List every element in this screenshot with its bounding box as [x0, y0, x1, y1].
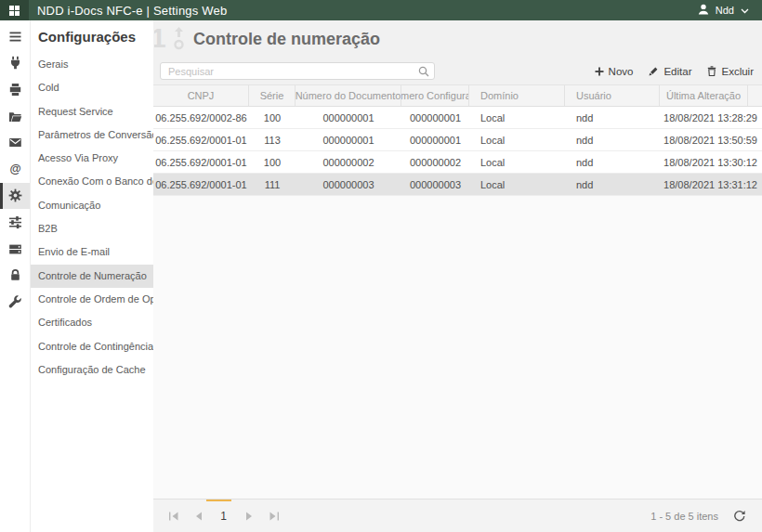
user-name: Ndd	[716, 5, 734, 16]
first-page-button[interactable]	[165, 508, 182, 525]
rail-item-plug[interactable]	[0, 50, 30, 77]
sidebar-item[interactable]: Parâmetros de Conversão	[31, 123, 153, 147]
column-header[interactable]: Número do Documento	[296, 85, 401, 106]
sidebar-item[interactable]: Comunicação	[31, 194, 153, 217]
table-cell: 06.255.692/0001-01	[153, 129, 249, 150]
column-header[interactable]: Número Configurado	[401, 85, 469, 106]
table-cell: 000000003	[296, 174, 401, 195]
search-icon[interactable]	[418, 66, 429, 77]
wrench-icon	[8, 295, 22, 309]
gear-icon	[8, 188, 22, 202]
last-page-button[interactable]	[266, 508, 282, 525]
table-cell: Local	[469, 174, 565, 195]
rail-item-printer[interactable]	[0, 76, 30, 103]
table-cell: 000000002	[296, 151, 401, 173]
table-row[interactable]: 06.255.692/0001-01100000000002000000002L…	[153, 151, 762, 174]
trash-icon	[707, 66, 716, 76]
sidebar-item[interactable]: Controle de Contingência	[31, 335, 153, 358]
table-row[interactable]: 06.255.692/0001-01111000000003000000003L…	[153, 174, 762, 196]
table-header: CNPJSérieNúmero do DocumentoNúmero Confi…	[153, 84, 762, 107]
table-cell: ndd	[565, 107, 660, 128]
at-icon: @	[8, 162, 22, 176]
refresh-icon[interactable]	[733, 510, 745, 522]
table-cell: 06.255.692/0001-01	[153, 151, 249, 173]
table-cell: 18/08/2021 13:30:12	[660, 151, 762, 173]
app-launcher-button[interactable]	[0, 0, 29, 20]
user-icon	[698, 4, 709, 17]
column-header[interactable]: Usuário	[565, 85, 660, 106]
new-button-label: Novo	[609, 66, 634, 77]
app-shell: @ Configurações GeraisColdRequest Servic…	[0, 20, 762, 532]
column-header[interactable]: Última Alteração	[660, 85, 748, 106]
plus-icon	[595, 67, 604, 76]
toolbar-buttons: NovoEditarExcluir	[579, 66, 754, 77]
table-cell: 06.255.692/0002-86	[153, 107, 249, 128]
page-header: 1 Controle de numeração	[153, 20, 762, 58]
table-cell: Local	[469, 151, 565, 173]
sidebar-item[interactable]: Conexão Com o Banco de Dados	[31, 170, 153, 193]
sidebar-item[interactable]: Envio de E-mail	[31, 240, 153, 264]
sidebar-item[interactable]: Gerais	[31, 53, 153, 76]
table-cell: 000000001	[401, 129, 469, 150]
table-cell: 000000002	[401, 151, 469, 173]
sidebar-item[interactable]: B2B	[31, 217, 153, 240]
current-page-indicator	[206, 500, 231, 501]
sidebar-item[interactable]: Request Service	[31, 100, 153, 123]
folder-icon	[8, 110, 22, 123]
rail-item-wrench[interactable]	[0, 289, 30, 316]
new-button[interactable]: Novo	[595, 66, 634, 77]
rail-item-folder[interactable]	[0, 103, 30, 130]
table-cell: ndd	[565, 129, 660, 150]
column-header[interactable]: CNPJ	[153, 85, 249, 106]
sidebar-item[interactable]: Controle de Numeração	[31, 265, 153, 288]
table-cell: Local	[469, 129, 565, 150]
edit-button[interactable]: Editar	[649, 66, 691, 77]
sidebar-item[interactable]: Controle de Ordem de Operação	[31, 288, 153, 311]
rail-item-server[interactable]	[0, 236, 30, 263]
svg-text:1: 1	[154, 22, 166, 52]
column-header[interactable]: Domínio	[469, 85, 565, 106]
table-cell: 000000001	[296, 107, 401, 128]
search-input[interactable]	[160, 62, 435, 80]
table-cell: 18/08/2021 13:50:59	[660, 129, 762, 150]
table-row[interactable]: 06.255.692/0002-86100000000001000000001L…	[153, 107, 762, 129]
rail-item-sliders[interactable]	[0, 209, 30, 236]
app-launcher-icon	[9, 6, 20, 16]
lock-icon	[8, 268, 22, 282]
content-area	[153, 196, 762, 499]
sidebar-item[interactable]: Configuração de Cache	[31, 358, 153, 382]
menu-icon	[8, 30, 22, 44]
toolbar: NovoEditarExcluir	[153, 58, 762, 84]
next-page-button[interactable]	[241, 508, 257, 525]
sidebar-item[interactable]: Certificados	[31, 311, 153, 334]
rail-item-mail[interactable]	[0, 129, 30, 156]
plug-icon	[8, 56, 22, 70]
table-cell: 000000001	[296, 129, 401, 150]
rail-item-menu[interactable]	[0, 23, 30, 50]
table-cell: 18/08/2021 13:31:12	[660, 174, 762, 195]
rail-item-lock[interactable]	[0, 262, 30, 289]
settings-sidebar: Configurações GeraisColdRequest ServiceP…	[31, 20, 153, 532]
sidebar-item[interactable]: Acesso Via Proxy	[31, 147, 153, 170]
table-row[interactable]: 06.255.692/0001-01113000000001000000001L…	[153, 129, 762, 151]
previous-page-button[interactable]	[190, 508, 207, 525]
sidebar-item[interactable]: Cold	[31, 76, 153, 99]
server-icon	[8, 242, 22, 256]
sidebar-title: Configurações	[31, 20, 153, 53]
edit-button-label: Editar	[663, 66, 691, 77]
rail-item-gear[interactable]	[0, 183, 30, 210]
table-cell: 000000003	[401, 174, 469, 195]
app-title: NDD i-Docs NFC-e | Settings Web	[37, 4, 227, 18]
icon-rail: @	[0, 20, 31, 532]
pager-info: 1 - 5 de 5 itens	[650, 511, 718, 522]
column-header[interactable]: Série	[249, 85, 296, 106]
mail-icon	[8, 136, 22, 149]
user-menu[interactable]: Ndd	[698, 4, 762, 17]
table-cell: 113	[249, 129, 296, 150]
page-number[interactable]: 1	[216, 510, 232, 523]
pencil-icon	[649, 66, 659, 76]
rail-item-at[interactable]: @	[0, 156, 30, 183]
svg-text:@: @	[9, 162, 20, 175]
delete-button[interactable]: Excluir	[707, 66, 754, 77]
printer-icon	[8, 83, 22, 97]
